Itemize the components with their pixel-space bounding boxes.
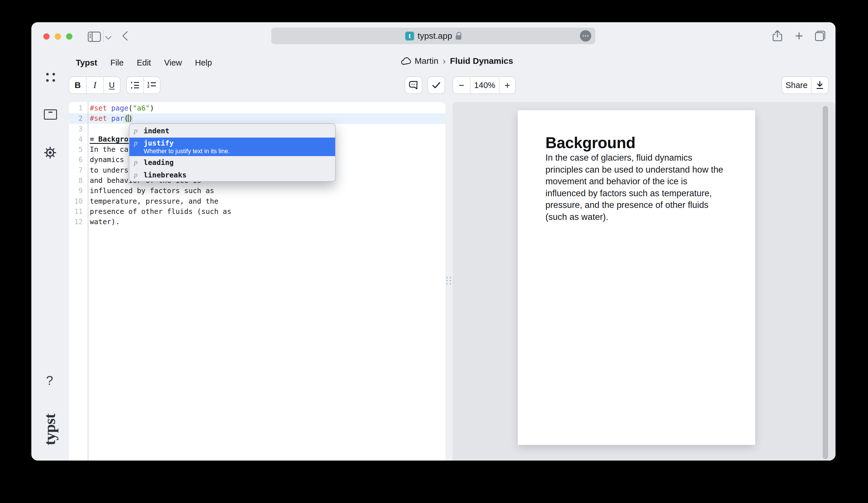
autocomplete-label: indent [144,127,169,135]
autocomplete-item-linebreaks[interactable]: plinebreaks [130,169,335,181]
desktop-background: t typst.app + TypstFileEditViewHelp Mart… [0,0,868,503]
close-window-button[interactable] [43,33,50,40]
numbered-list-button[interactable]: 12 [143,77,160,93]
site-favicon: t [405,32,414,40]
line-number: 1 [69,103,88,113]
chevron-down-icon[interactable] [105,33,112,40]
help-button[interactable]: ? [44,373,55,388]
italic-button[interactable]: I [86,77,103,93]
autocomplete-item-justify[interactable]: pjustifyWhether to justify text in its l… [130,138,335,156]
typst-logo: typst [41,408,58,451]
back-icon[interactable] [122,31,132,41]
share-button[interactable]: Share [782,77,811,93]
bold-button[interactable]: B [69,77,86,93]
files-box-icon[interactable] [44,109,57,119]
sidebar-toggle-divider [92,32,93,41]
sidebar-toggle-icon[interactable] [88,32,101,42]
code-line-9[interactable]: 9influenced by factors such as [69,186,445,196]
parameter-badge-icon: p [134,158,140,166]
list-button-group: 12 [126,76,161,94]
line-number: 7 [69,165,88,176]
share-button-group: Share [781,76,829,94]
autocomplete-label: leading [144,158,174,167]
line-number: 9 [69,186,88,196]
titlebar-divider [103,30,104,42]
code-line-10[interactable]: 10temperature, pressure, and the [69,196,445,207]
zoom-control-group: − 140% + [453,76,516,94]
comment-button[interactable] [405,76,422,94]
url-text: typst.app [417,31,452,41]
parameter-badge-icon: p [134,139,140,147]
share-page-button[interactable] [769,29,785,43]
apps-grid-icon[interactable] [46,73,55,82]
breadcrumb[interactable]: Martin › Fluid Dynamics [401,55,513,67]
tab-overview-button[interactable] [812,29,828,43]
download-icon [816,81,824,90]
line-number: 12 [69,217,88,227]
ellipsis-icon[interactable] [580,30,591,42]
gear-icon[interactable] [43,146,57,159]
autocomplete-item-indent[interactable]: pindent [130,124,335,138]
gutter-divider [88,102,88,461]
zoom-level[interactable]: 140% [470,77,499,93]
preview-pane: Background In the case of glaciers, flui… [453,102,836,461]
preview-text-line: (such as water). [545,211,739,223]
line-number: 5 [69,144,88,155]
address-bar[interactable]: t typst.app [271,28,595,44]
autocomplete-label: justify [144,139,174,147]
bullet-list-icon [131,82,139,88]
new-tab-button[interactable]: + [791,29,807,43]
numbered-list-icon: 12 [148,82,156,88]
line-number: 2 [69,113,88,124]
menu-file[interactable]: File [110,58,124,67]
parameter-badge-icon: p [134,171,140,179]
cloud-icon [401,57,411,65]
preview-scrollbar[interactable] [823,106,828,459]
tab-overview-icon [815,31,825,41]
preview-sync-button[interactable] [427,76,445,94]
browser-window: t typst.app + TypstFileEditViewHelp Mart… [31,22,836,461]
menu-view[interactable]: View [164,58,182,67]
line-number: 10 [69,196,88,207]
bullet-list-button[interactable] [127,77,143,93]
autocomplete-description: Whether to justify text in its line. [144,148,331,155]
preview-heading: Background [545,134,636,152]
line-number: 6 [69,155,88,165]
question-icon: ? [46,374,53,388]
line-number: 3 [69,124,88,134]
line-number: 11 [69,207,88,217]
check-icon [432,82,441,88]
autocomplete-popup: pindentpjustifyWhether to justify text i… [129,123,336,182]
breadcrumb-workspace[interactable]: Martin [415,56,438,66]
traffic-lights [43,33,72,40]
minimize-window-button[interactable] [55,33,61,40]
breadcrumb-separator: › [442,56,446,66]
autocomplete-item-leading[interactable]: pleading [130,156,335,169]
code-line-12[interactable]: 12water). [69,217,445,227]
pane-resize-handle[interactable] [446,277,451,284]
zoom-in-button[interactable]: + [499,77,515,93]
line-number: 8 [69,176,88,186]
format-button-group: B I U [69,76,121,94]
preview-body: In the case of glaciers, fluid dynamicsp… [545,152,739,223]
preview-page: Background In the case of glaciers, flui… [518,110,755,445]
parameter-badge-icon: p [134,127,140,135]
preview-text-line: pressure, and the presence of other flui… [545,199,739,211]
code-line-2[interactable]: 2#set par() [69,113,445,124]
underline-button[interactable]: U [103,77,120,93]
preview-text-line: principles can be used to understand how… [545,164,739,176]
menu-typst[interactable]: Typst [76,58,97,67]
zoom-out-button[interactable]: − [453,77,470,93]
line-number: 4 [69,134,88,144]
maximize-window-button[interactable] [66,33,72,40]
download-button[interactable] [811,77,828,93]
breadcrumb-document-title: Fluid Dynamics [450,56,513,66]
code-line-1[interactable]: 1#set page("a6") [69,103,445,113]
new-tab-plus-icon: + [795,30,803,42]
menu-help[interactable]: Help [195,58,212,67]
menu-bar: TypstFileEditViewHelp [76,56,212,69]
menu-edit[interactable]: Edit [137,58,151,67]
preview-text-line: In the case of glaciers, fluid dynamics [545,152,739,164]
share-up-icon [772,30,783,42]
code-line-11[interactable]: 11presence of other fluids (such as [69,207,445,217]
